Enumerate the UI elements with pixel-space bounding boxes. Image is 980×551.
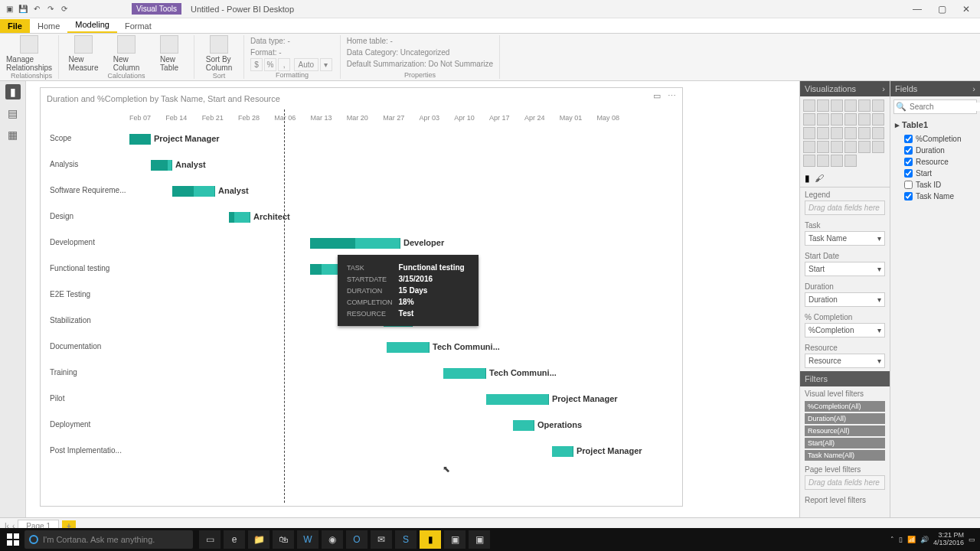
gantt-bar[interactable]: [172, 186, 215, 197]
gantt-bar[interactable]: [443, 368, 486, 379]
start-well[interactable]: Start▾: [805, 262, 885, 276]
visual-type-icon[interactable]: [831, 141, 843, 153]
notifications-icon[interactable]: ▭: [969, 536, 975, 543]
manage-relationships-button[interactable]: Manage Relationships: [11, 35, 47, 72]
field-checkbox[interactable]: [904, 181, 913, 189]
tab-modeling[interactable]: Modeling: [67, 18, 117, 33]
field-item[interactable]: %Completion: [890, 133, 980, 145]
mail-icon[interactable]: ✉: [371, 530, 392, 549]
field-item[interactable]: Start: [890, 168, 980, 179]
visual-type-icon[interactable]: [844, 99, 857, 112]
sort-by-column-button[interactable]: Sort By Column: [201, 35, 237, 72]
fields-tab-icon[interactable]: ▮: [805, 173, 810, 184]
resource-well[interactable]: Resource▾: [805, 354, 885, 368]
visual-type-icon[interactable]: [831, 113, 843, 126]
report-canvas[interactable]: Duration and %Completion by Task Name, S…: [40, 87, 683, 507]
app-icon[interactable]: ▣: [444, 530, 466, 549]
visual-type-icon[interactable]: [858, 99, 871, 112]
focus-mode-icon[interactable]: ▭: [653, 91, 661, 101]
battery-icon[interactable]: ▯: [899, 536, 903, 543]
tab-file[interactable]: File: [0, 19, 30, 33]
fields-header[interactable]: Fields›: [890, 81, 980, 96]
visual-type-icon[interactable]: [831, 127, 843, 139]
field-item[interactable]: Task ID: [890, 179, 980, 191]
search-input[interactable]: [910, 103, 980, 111]
new-column-button[interactable]: New Column: [108, 35, 145, 72]
chevron-down-icon[interactable]: ▾: [877, 234, 881, 243]
field-item[interactable]: Resource: [890, 156, 980, 168]
tab-format[interactable]: Format: [117, 19, 159, 33]
visual-type-icon[interactable]: [872, 127, 884, 139]
chevron-down-icon[interactable]: ▾: [877, 265, 881, 273]
data-view-icon[interactable]: ▤: [5, 106, 21, 121]
gantt-bar[interactable]: [486, 394, 549, 405]
format-label[interactable]: Format: -: [250, 47, 334, 58]
visualizations-header[interactable]: Visualizations›: [800, 81, 890, 96]
visual-type-icon[interactable]: [817, 141, 829, 153]
edge-icon[interactable]: e: [224, 530, 245, 549]
visual-type-icon[interactable]: [803, 141, 815, 153]
filter-item[interactable]: Resource(All): [805, 425, 885, 436]
close-button[interactable]: ✕: [956, 2, 977, 16]
visual-type-icon[interactable]: [803, 127, 815, 139]
visual-type-icon[interactable]: [817, 127, 829, 139]
tray-chevron-icon[interactable]: ˄: [890, 536, 894, 543]
filters-header[interactable]: Filters: [800, 371, 890, 386]
fields-search[interactable]: 🔍: [893, 99, 977, 114]
completion-well[interactable]: %Completion▾: [805, 323, 885, 337]
redo-icon[interactable]: ↷: [44, 3, 57, 15]
legend-well[interactable]: Drag data fields here: [805, 201, 885, 215]
wifi-icon[interactable]: 📶: [907, 536, 916, 543]
filter-item[interactable]: Start(All): [805, 438, 885, 448]
task-well[interactable]: Task Name▾: [805, 231, 885, 246]
filter-item[interactable]: Task Name(All): [805, 450, 885, 461]
report-view-icon[interactable]: ▮: [5, 84, 21, 99]
table-node[interactable]: ▸ Table1: [890, 117, 980, 133]
filter-item[interactable]: %Completion(All): [805, 401, 885, 412]
number-format-row[interactable]: $%, Auto▾: [250, 58, 334, 71]
visual-type-icon[interactable]: [844, 141, 857, 153]
maximize-button[interactable]: ▢: [931, 2, 952, 16]
refresh-icon[interactable]: ⟳: [58, 3, 70, 15]
skype-icon[interactable]: S: [395, 530, 416, 549]
visual-type-icon[interactable]: [817, 99, 829, 112]
field-item[interactable]: Duration: [890, 145, 980, 156]
visual-type-icon[interactable]: [817, 113, 829, 126]
gantt-bar[interactable]: [513, 420, 534, 431]
visual-type-icon[interactable]: [872, 141, 884, 153]
page-filters-well[interactable]: Drag data fields here: [805, 475, 885, 490]
visual-type-icon[interactable]: [844, 155, 857, 167]
format-tab-icon[interactable]: 🖌: [815, 173, 824, 184]
tab-home[interactable]: Home: [30, 19, 67, 33]
filter-item[interactable]: Duration(All): [805, 413, 885, 424]
visual-type-icon[interactable]: [872, 113, 884, 126]
app-icon[interactable]: ▣: [469, 530, 490, 549]
field-checkbox[interactable]: [904, 146, 913, 155]
visual-type-icon[interactable]: [803, 113, 815, 126]
gantt-bar[interactable]: [229, 212, 250, 223]
visual-type-icon[interactable]: [803, 99, 815, 112]
powerbi-icon[interactable]: ▮: [420, 530, 441, 549]
field-item[interactable]: Task Name: [890, 191, 980, 202]
field-checkbox[interactable]: [904, 158, 913, 166]
visual-type-icon[interactable]: [831, 155, 843, 167]
gantt-bar[interactable]: [552, 446, 573, 457]
gantt-bar[interactable]: [387, 342, 430, 353]
default-summ-label[interactable]: Default Summarization: Do Not Summarize: [347, 58, 493, 70]
visual-type-icon[interactable]: [844, 113, 857, 126]
new-table-button[interactable]: New Table: [151, 35, 188, 72]
gantt-visual[interactable]: Feb 07Feb 14Feb 21Feb 28Mar 06Mar 13Mar …: [41, 105, 682, 487]
explorer-icon[interactable]: 📁: [248, 530, 270, 549]
gantt-bar[interactable]: [310, 238, 400, 249]
start-button[interactable]: [5, 531, 21, 548]
chevron-down-icon[interactable]: ▾: [877, 326, 881, 334]
more-options-icon[interactable]: ⋯: [668, 91, 676, 101]
data-category-label[interactable]: Data Category: Uncategorized: [347, 47, 493, 58]
visual-type-icon[interactable]: [803, 155, 815, 167]
chrome-icon[interactable]: ◉: [322, 530, 343, 549]
outlook-icon[interactable]: O: [346, 530, 368, 549]
field-checkbox[interactable]: [904, 135, 913, 143]
visual-type-icon[interactable]: [831, 99, 843, 112]
cortana-search[interactable]: I'm Cortana. Ask me anything.: [24, 530, 193, 549]
clock[interactable]: 3:21 PM4/13/2016: [933, 532, 964, 547]
